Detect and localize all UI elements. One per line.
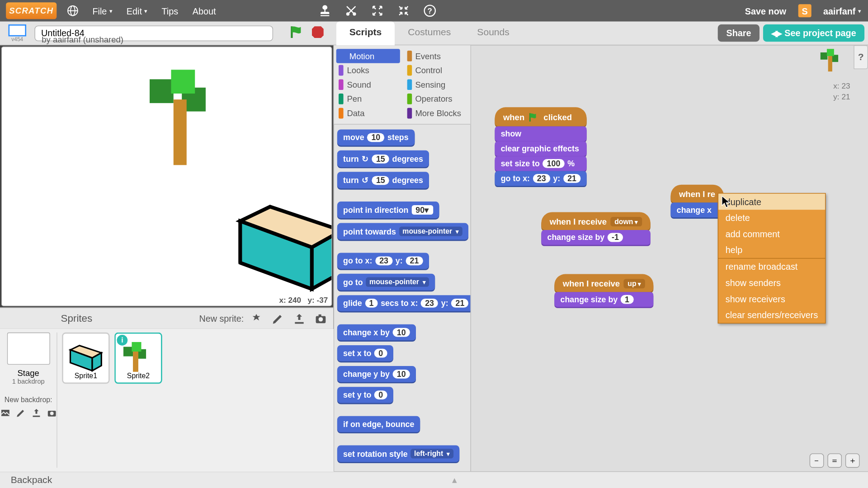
category-sound[interactable]: Sound [334, 77, 402, 92]
paint-sprite-icon[interactable] [271, 312, 284, 325]
category-pen[interactable]: Pen [334, 92, 402, 106]
block-goto-xy[interactable]: go to x:23y:21 [337, 253, 429, 269]
camera-backdrop-icon[interactable] [46, 408, 57, 418]
block-goto[interactable]: go tomouse-pointer [337, 273, 435, 290]
cut-icon[interactable] [344, 4, 358, 17]
help-tab[interactable]: ? [854, 45, 868, 69]
script-stack-partial[interactable]: when I re change x [671, 185, 724, 218]
stage-thumbnail[interactable] [7, 333, 50, 365]
palette-scroll[interactable]: move10steps turn ↻ 15degrees turn ↺ 15de… [334, 125, 470, 471]
see-project-page-button[interactable]: ◀▶ See project page [763, 24, 864, 42]
upload-backdrop-icon[interactable] [31, 408, 42, 418]
block-rotation-style[interactable]: set rotation styleleft-right [337, 445, 459, 462]
zoom-reset-button[interactable]: ＝ [827, 454, 842, 468]
category-events[interactable]: Events [402, 49, 470, 63]
scripts-area[interactable]: ? x: 23 y: 21 whenclicked show clear gra… [471, 45, 868, 471]
script-stack-up[interactable]: when I receiveup change size by1 [554, 274, 653, 307]
ctx-delete[interactable]: delete [718, 210, 825, 226]
block-set-size[interactable]: set size to100% [495, 156, 587, 171]
menu-about[interactable]: About [185, 6, 223, 16]
green-flag-button[interactable] [288, 24, 304, 42]
flag-icon [528, 112, 540, 123]
block-turn-ccw[interactable]: turn ↺ 15degrees [337, 172, 429, 188]
ctx-show-senders[interactable]: show senders [718, 275, 825, 291]
ctx-help[interactable]: help [718, 242, 825, 258]
menu-edit-label: Edit [127, 6, 142, 16]
stage-mouse-coords: x: 240 y: -37 [279, 296, 328, 305]
block-show[interactable]: show [495, 127, 587, 141]
tab-sounds[interactable]: Sounds [464, 21, 523, 45]
language-icon[interactable] [66, 4, 79, 17]
new-backdrop-label: New backdrop: [5, 396, 52, 404]
tab-costumes[interactable]: Costumes [395, 21, 464, 45]
block-bounce[interactable]: if on edge, bounce [337, 416, 420, 432]
block-set-x[interactable]: set x to0 [337, 345, 393, 361]
scratch-logo[interactable]: SCRATCH [6, 2, 57, 19]
block-context-menu: duplicate delete add comment help rename… [718, 193, 826, 324]
ctx-show-receivers[interactable]: show receivers [718, 291, 825, 307]
backpack-expand-icon[interactable]: ▴ [452, 474, 457, 486]
hat-when-receive-partial[interactable]: when I re [671, 185, 724, 203]
choose-backdrop-library-icon[interactable] [0, 408, 10, 418]
share-button[interactable]: Share [718, 24, 760, 42]
ctx-duplicate[interactable]: duplicate [718, 194, 825, 210]
menu-tips[interactable]: Tips [155, 6, 185, 16]
block-move-steps[interactable]: move10steps [337, 129, 415, 145]
block-point-towards[interactable]: point towardsmouse-pointer [337, 223, 468, 239]
block-change-size-up[interactable]: change size by1 [554, 292, 653, 307]
block-point-direction[interactable]: point in direction90▾ [337, 202, 439, 218]
block-set-y[interactable]: set y to0 [337, 387, 393, 403]
paint-backdrop-icon[interactable] [15, 408, 26, 418]
category-motion[interactable]: Motion [336, 49, 400, 63]
menu-file[interactable]: File▾ [85, 6, 119, 16]
stage[interactable]: x: 240 y: -37 [1, 47, 332, 306]
block-change-x-partial[interactable]: change x [671, 202, 724, 217]
ctx-add-comment[interactable]: add comment [718, 226, 825, 242]
tab-scripts[interactable]: Scripts [336, 21, 395, 45]
save-now-button[interactable]: Save now [738, 6, 793, 16]
upload-sprite-icon[interactable] [292, 312, 306, 325]
script-stack-down[interactable]: when I receivedown change size by-1 [541, 212, 650, 245]
sprite-thumb-sprite2[interactable]: i Sprite2 [114, 333, 162, 384]
current-sprite-thumb[interactable] [821, 49, 841, 73]
hat-when-flag-clicked[interactable]: whenclicked [495, 107, 587, 126]
top-menubar: SCRATCH File▾ Edit▾ Tips About ? Save no… [0, 0, 868, 21]
category-operators[interactable]: Operators [402, 92, 470, 106]
stamp-icon[interactable] [318, 4, 331, 17]
script-stack-flag[interactable]: whenclicked show clear graphic effects s… [495, 107, 587, 186]
block-clear-effects[interactable]: clear graphic effects [495, 141, 587, 156]
block-change-y[interactable]: change y by10 [337, 366, 416, 382]
category-control[interactable]: Control [402, 63, 470, 78]
category-more-blocks[interactable]: More Blocks [402, 106, 470, 121]
category-sensing[interactable]: Sensing [402, 77, 470, 92]
stage-sprite-cube[interactable] [234, 203, 332, 295]
block-change-x[interactable]: change x by10 [337, 324, 416, 340]
ctx-clear-senders-receivers[interactable]: clear senders/receivers [718, 307, 825, 323]
category-looks[interactable]: Looks [334, 63, 402, 78]
menu-edit[interactable]: Edit▾ [119, 6, 155, 16]
shrink-icon[interactable] [397, 4, 410, 17]
editor-tabs: Scripts Costumes Sounds [336, 21, 523, 45]
block-turn-cw[interactable]: turn ↻ 15degrees [337, 150, 429, 167]
stop-button[interactable] [310, 24, 326, 42]
hat-when-receive-down[interactable]: when I receivedown [541, 212, 650, 230]
choose-sprite-library-icon[interactable] [250, 312, 263, 325]
zoom-in-button[interactable]: ＋ [845, 454, 860, 468]
backpack-panel[interactable]: Backpack ▴ [0, 471, 868, 488]
zoom-out-button[interactable]: － [810, 454, 824, 468]
help-icon[interactable]: ? [423, 4, 436, 17]
camera-sprite-icon[interactable] [314, 312, 327, 325]
view-mode-icon[interactable]: v454 [4, 21, 31, 45]
user-avatar-icon[interactable]: S [798, 4, 811, 17]
category-grid: MotionEventsLooksControlSoundSensingPenO… [334, 45, 470, 124]
block-change-size-down[interactable]: change size by-1 [541, 230, 650, 245]
user-menu[interactable]: aairfanf▾ [816, 6, 868, 16]
category-data[interactable]: Data [334, 106, 402, 121]
grow-icon[interactable] [371, 4, 384, 17]
ctx-rename-broadcast[interactable]: rename broadcast [718, 258, 825, 275]
sprite-thumb-sprite1[interactable]: Sprite1 [62, 333, 109, 384]
block-goto-xy-script[interactable]: go to x:23y:21 [495, 171, 587, 186]
sprite2-name: Sprite2 [127, 372, 150, 380]
block-glide[interactable]: glide1secs to x:23y:21 [337, 295, 470, 311]
hat-when-receive-up[interactable]: when I receiveup [554, 274, 653, 292]
